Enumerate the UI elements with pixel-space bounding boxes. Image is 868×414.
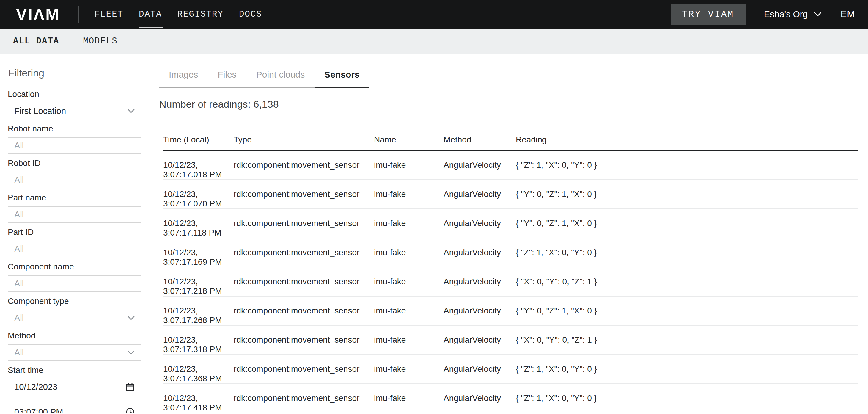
location-select-value: First Location [14, 106, 66, 116]
chevron-down-icon [127, 316, 135, 320]
nav-item-data[interactable]: DATA [139, 9, 162, 19]
start-time-label: Start time [8, 365, 142, 375]
table-row: 10/12/23,3:07:17.368 PMrdk:component:mov… [163, 355, 859, 384]
cell-reading: { "Z": 1, "X": 0, "Y": 0 } [516, 384, 859, 413]
cell-name: imu-fake [374, 180, 443, 209]
user-avatar[interactable]: EM [841, 9, 855, 20]
cell-reading: { "X": 0, "Y": 0, "Z": 1 } [516, 267, 859, 296]
cell-reading: { "Y": 0, "Z": 1, "X": 0 } [516, 209, 859, 238]
table-row: 10/12/23,3:07:17.268 PMrdk:component:mov… [163, 296, 859, 325]
cell-name: imu-fake [374, 150, 443, 180]
component-type-value: All [14, 313, 24, 323]
cell-name: imu-fake [374, 384, 443, 413]
part-id-input[interactable] [8, 241, 142, 257]
page-content: Filtering Location First Location Robot … [0, 54, 868, 413]
chevron-down-icon [127, 350, 135, 355]
component-type-filter: Component type All [8, 297, 142, 326]
method-select[interactable]: All [8, 344, 142, 361]
data-main-panel: Images Files Point clouds Sensors Number… [150, 54, 868, 413]
robot-id-input[interactable] [8, 172, 142, 188]
method-filter: Method All [8, 331, 142, 361]
tab-images[interactable]: Images [159, 68, 208, 88]
sensor-table-body: 10/12/23,3:07:17.018 PMrdk:component:mov… [163, 150, 859, 413]
cell-type: rdk:component:movement_sensor [234, 325, 374, 355]
cell-name: imu-fake [374, 238, 443, 267]
nav-item-docs[interactable]: DOCS [239, 9, 262, 19]
try-viam-button[interactable]: TRY VIAM [671, 4, 746, 25]
cell-method: AngularVelocity [443, 267, 516, 296]
table-row: 10/12/23,3:07:17.070 PMrdk:component:mov… [163, 180, 859, 209]
nav-item-registry[interactable]: REGISTRY [178, 9, 223, 19]
tab-files[interactable]: Files [208, 68, 246, 88]
start-time-input[interactable]: 03:07:00 PM [8, 404, 142, 413]
tab-point-clouds[interactable]: Point clouds [246, 68, 314, 88]
cell-name: imu-fake [374, 296, 443, 325]
data-subnav: ALL DATA MODELS [0, 29, 868, 54]
topbar-right: TRY VIAM Esha's Org EM [671, 4, 855, 25]
cell-method: AngularVelocity [443, 238, 516, 267]
org-switcher[interactable]: Esha's Org [764, 9, 821, 19]
cell-reading: { "Y": 0, "Z": 1, "X": 0 } [516, 180, 859, 209]
cell-method: AngularVelocity [443, 209, 516, 238]
location-select[interactable]: First Location [8, 102, 142, 119]
cell-time: 10/12/23,3:07:17.368 PM [163, 355, 234, 384]
cell-method: AngularVelocity [443, 150, 516, 180]
tab-all-data[interactable]: ALL DATA [13, 36, 59, 46]
cell-time: 10/12/23,3:07:17.070 PM [163, 180, 234, 209]
cell-type: rdk:component:movement_sensor [234, 267, 374, 296]
table-header-row: Time (Local) Type Name Method Reading [163, 135, 859, 150]
component-type-label: Component type [8, 297, 142, 306]
cell-method: AngularVelocity [443, 325, 516, 355]
calendar-icon[interactable] [125, 382, 135, 392]
cell-name: imu-fake [374, 209, 443, 238]
part-name-filter: Part name [8, 193, 142, 223]
col-name: Name [374, 135, 443, 150]
primary-nav: FLEET DATA REGISTRY DOCS [95, 9, 262, 19]
nav-item-fleet[interactable]: FLEET [95, 9, 123, 19]
start-time-value: 03:07:00 PM [14, 407, 63, 414]
component-name-input[interactable] [8, 275, 142, 292]
tab-models[interactable]: MODELS [83, 36, 117, 46]
col-reading: Reading [516, 135, 859, 150]
col-method: Method [443, 135, 516, 150]
tab-sensors[interactable]: Sensors [314, 68, 369, 88]
table-row: 10/12/23,3:07:17.218 PMrdk:component:mov… [163, 267, 859, 296]
part-id-filter: Part ID [8, 228, 142, 257]
start-time-filter: Start time 10/12/2023 03:07:00 PM [8, 365, 142, 413]
location-label: Location [8, 90, 142, 99]
table-row: 10/12/23,3:07:17.418 PMrdk:component:mov… [163, 384, 859, 413]
cell-method: AngularVelocity [443, 355, 516, 384]
component-name-label: Component name [8, 262, 142, 271]
robot-id-label: Robot ID [8, 158, 142, 168]
cell-type: rdk:component:movement_sensor [234, 150, 374, 180]
part-name-input[interactable] [8, 206, 142, 223]
robot-name-input[interactable] [8, 137, 142, 154]
robot-name-label: Robot name [8, 124, 142, 134]
part-name-label: Part name [8, 193, 142, 203]
org-name: Esha's Org [764, 9, 808, 19]
cell-time: 10/12/23,3:07:17.418 PM [163, 384, 234, 413]
col-time: Time (Local) [163, 135, 234, 150]
cell-time: 10/12/23,3:07:17.218 PM [163, 267, 234, 296]
cell-method: AngularVelocity [443, 180, 516, 209]
cell-reading: { "Y": 0, "Z": 1, "X": 0 } [516, 296, 859, 325]
cell-type: rdk:component:movement_sensor [234, 296, 374, 325]
viam-logo[interactable]: VIΛM [16, 5, 60, 24]
component-name-filter: Component name [8, 262, 142, 292]
table-row: 10/12/23,3:07:17.318 PMrdk:component:mov… [163, 325, 859, 355]
chevron-down-icon [814, 12, 822, 17]
start-date-value: 10/12/2023 [14, 382, 57, 392]
location-filter: Location First Location [8, 90, 142, 119]
filter-sidebar: Filtering Location First Location Robot … [0, 54, 150, 413]
component-type-select[interactable]: All [8, 309, 142, 326]
table-row: 10/12/23,3:07:17.018 PMrdk:component:mov… [163, 150, 859, 180]
clock-icon[interactable] [125, 407, 135, 413]
cell-time: 10/12/23,3:07:17.318 PM [163, 325, 234, 355]
readings-count: Number of readings: 6,138 [159, 98, 859, 110]
start-date-input[interactable]: 10/12/2023 [8, 379, 142, 395]
cell-name: imu-fake [374, 325, 443, 355]
cell-type: rdk:component:movement_sensor [234, 180, 374, 209]
cell-name: imu-fake [374, 355, 443, 384]
cell-reading: { "Z": 1, "X": 0, "Y": 0 } [516, 150, 859, 180]
cell-type: rdk:component:movement_sensor [234, 238, 374, 267]
